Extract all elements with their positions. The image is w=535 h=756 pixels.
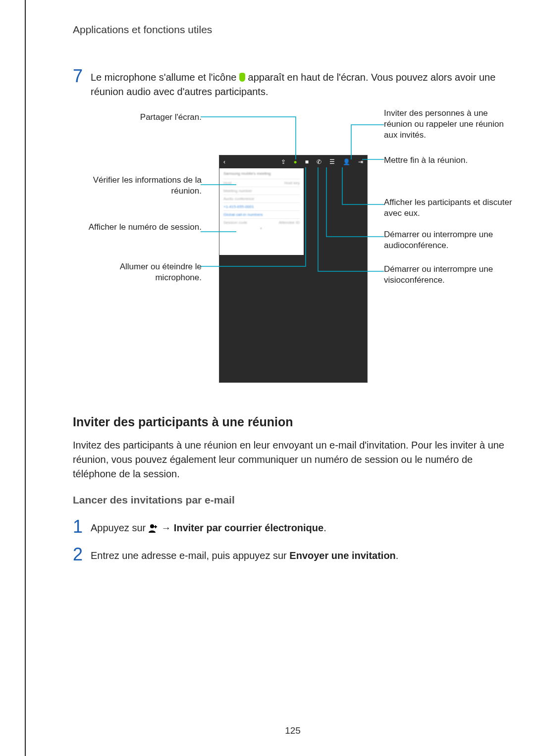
page-number: 125 <box>26 725 535 736</box>
step-1-bold: Inviter par courrier électronique <box>174 522 323 533</box>
mic-status-icon: ● <box>294 158 297 165</box>
back-icon: ‹ <box>223 158 225 165</box>
panel-title: Samsung mobile's meeting <box>223 171 300 176</box>
exit-icon: ⇥ <box>358 158 363 165</box>
callout-participants: Afficher les participants et discuter av… <box>384 197 513 219</box>
person-plus-icon <box>149 522 159 537</box>
phone-icon: ✆ <box>317 158 321 165</box>
section-title-invite: Inviter des participants à une réunion <box>73 415 513 429</box>
step-2-period: . <box>396 550 399 561</box>
callout-share-screen: Partager l'écran. <box>73 112 202 123</box>
step-2: 2 Entrez une adresse e-mail, puis appuye… <box>73 546 513 563</box>
arrow-icon: → <box>161 522 171 533</box>
meeting-info-panel: Samsung mobile's meeting HostHost key Me… <box>219 168 304 255</box>
add-person-icon: 👤 <box>343 158 350 165</box>
callout-end-meeting: Mettre fin à la réunion. <box>384 155 513 166</box>
step-number-7: 7 <box>73 67 91 85</box>
step-2-prefix: Entrez une adresse e-mail, puis appuyez … <box>91 550 289 561</box>
microphone-icon <box>239 73 245 82</box>
callout-video: Démarrer ou interrompre une visioconfére… <box>384 264 513 286</box>
svg-point-0 <box>150 524 154 528</box>
step-number-2: 2 <box>73 546 91 563</box>
participants-icon: ☰ <box>329 158 335 165</box>
step-7: 7 Le microphone s'allume et l'icône appa… <box>73 67 513 99</box>
step-2-bold: Envoyer une invitation <box>289 550 395 561</box>
step-number-1: 1 <box>73 518 91 536</box>
step-1: 1 Appuyez sur → Inviter par courrier éle… <box>73 518 513 537</box>
step-2-body: Entrez une adresse e-mail, puis appuyez … <box>91 546 513 563</box>
video-icon: ■ <box>305 158 309 165</box>
step-7-body: Le microphone s'allume et l'icône appara… <box>91 67 513 99</box>
callout-audio: Démarrer ou interrompre une audioconfére… <box>384 229 513 251</box>
step-1-period: . <box>323 522 326 533</box>
page-header: Applications et fonctions utiles <box>73 24 513 36</box>
callout-meeting-info: Vérifier les informations de la réunion. <box>73 175 202 197</box>
device-screenshot: ‹ ⇪ ● ■ ✆ ☰ 👤 ⇥ Samsung mobile's meeting… <box>219 155 368 383</box>
annotated-screenshot: Partager l'écran. Vérifier les informati… <box>73 108 513 395</box>
callout-session-number: Afficher le numéro de session. <box>73 222 202 233</box>
step-1-body: Appuyez sur → Inviter par courrier élect… <box>91 518 513 537</box>
callout-invite: Inviter des personnes à une réunion ou r… <box>384 108 513 141</box>
drag-handle-icon: ≡ <box>223 226 300 231</box>
share-screen-icon: ⇪ <box>281 158 286 165</box>
step-1-prefix: Appuyez sur <box>91 522 149 533</box>
step-7-text-before: Le microphone s'allume et l'icône <box>91 72 239 83</box>
device-toolbar: ‹ ⇪ ● ■ ✆ ☰ 👤 ⇥ <box>219 155 367 168</box>
subsection-title-email: Lancer des invitations par e-mail <box>73 494 513 506</box>
section-body-invite: Invitez des participants à une réunion e… <box>73 438 513 481</box>
callout-microphone-toggle: Allumer ou éteindre le microphone. <box>73 261 202 283</box>
